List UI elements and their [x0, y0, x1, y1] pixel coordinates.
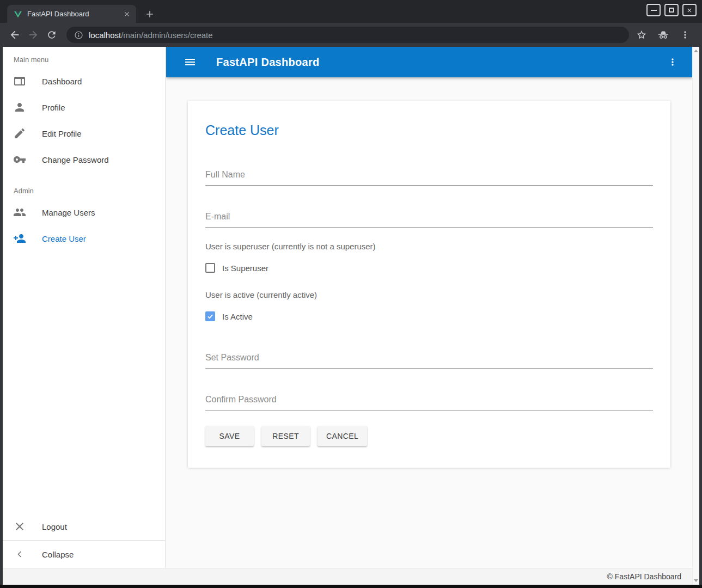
full-name-field-wrap: [205, 167, 653, 186]
confirm-password-input[interactable]: [205, 391, 653, 411]
url-text: localhost/main/admin/users/create: [89, 30, 213, 40]
set-password-field-wrap: [205, 350, 653, 369]
browser-menu-icon[interactable]: [677, 27, 693, 43]
window-controls: [646, 4, 697, 16]
sidebar-item-label: Create User: [42, 234, 86, 243]
page: Main menu Dashboard Profile: [3, 47, 699, 585]
key-icon: [13, 153, 26, 166]
is-superuser-checkbox-row[interactable]: Is Superuser: [205, 263, 653, 273]
vue-logo-icon: [14, 10, 22, 19]
is-superuser-label: Is Superuser: [222, 264, 268, 273]
email-field-wrap: [205, 209, 653, 228]
sidebar-item-logout[interactable]: Logout: [3, 513, 165, 540]
hamburger-menu-icon[interactable]: [179, 51, 201, 73]
sidebar: Main menu Dashboard Profile: [3, 47, 166, 568]
incognito-icon: [655, 27, 672, 43]
is-active-checkbox[interactable]: [205, 311, 215, 321]
is-superuser-checkbox[interactable]: [205, 263, 215, 273]
sidebar-item-label: Logout: [42, 522, 67, 531]
forward-button[interactable]: [25, 27, 41, 43]
scroll-up-icon[interactable]: [694, 50, 698, 52]
sidebar-section-header: Admin: [3, 178, 165, 199]
appbar: FastAPI Dashboard: [166, 47, 692, 77]
sidebar-item-label: Profile: [42, 103, 65, 112]
sidebar-item-create-user[interactable]: Create User: [3, 225, 165, 252]
sidebar-item-label: Manage Users: [42, 208, 95, 217]
content-area: FastAPI Dashboard Create User User is su…: [166, 47, 692, 568]
sidebar-item-label: Edit Profile: [42, 129, 82, 138]
sidebar-item-profile[interactable]: Profile: [3, 94, 165, 120]
maximize-button[interactable]: [664, 4, 679, 16]
superuser-hint: User is superuser (currently is not a su…: [205, 242, 653, 251]
active-hint: User is active (currently active): [205, 290, 653, 299]
chevron-left-icon: [13, 548, 26, 561]
sidebar-item-change-password[interactable]: Change Password: [3, 146, 165, 173]
url-path: /main/admin/users/create: [121, 30, 212, 40]
is-active-label: Is Active: [222, 312, 253, 321]
toolbar-actions: [633, 27, 695, 43]
person-icon: [13, 101, 26, 114]
tab-title: FastAPI Dashboard: [27, 10, 122, 18]
url-host: localhost: [89, 30, 121, 40]
sidebar-bottom: Logout Collapse: [3, 513, 165, 568]
bookmark-star-icon[interactable]: [633, 27, 650, 43]
appbar-title: FastAPI Dashboard: [216, 56, 662, 69]
people-icon: [13, 206, 26, 219]
new-tab-button[interactable]: [143, 7, 157, 21]
browser-tab[interactable]: FastAPI Dashboard: [7, 5, 136, 23]
close-window-button[interactable]: [682, 4, 697, 16]
scroll-down-icon[interactable]: [694, 579, 698, 582]
full-name-input[interactable]: [205, 167, 653, 186]
pencil-icon: [13, 127, 26, 140]
sidebar-item-edit-profile[interactable]: Edit Profile: [3, 120, 165, 146]
reset-button[interactable]: RESET: [261, 426, 310, 446]
site-info-icon[interactable]: [74, 30, 83, 40]
browser-toolbar: localhost/main/admin/users/create: [0, 23, 702, 47]
refresh-button[interactable]: [44, 27, 60, 43]
browser-titlebar: FastAPI Dashboard: [0, 0, 702, 23]
sidebar-item-label: Dashboard: [42, 77, 82, 86]
person-add-icon: [13, 232, 26, 245]
form-buttons: SAVE RESET CANCEL: [205, 426, 653, 446]
dashboard-icon: [13, 75, 26, 88]
footer: © FastAPI Dashboard: [3, 568, 699, 585]
page-title: Create User: [205, 122, 653, 138]
sidebar-section-header: Main menu: [3, 47, 165, 68]
window-frame-bottom: [0, 585, 702, 588]
appbar-menu-icon[interactable]: [662, 51, 683, 73]
sidebar-item-label: Collapse: [42, 550, 74, 559]
url-bar[interactable]: localhost/main/admin/users/create: [66, 27, 629, 43]
is-active-checkbox-row[interactable]: Is Active: [205, 311, 653, 321]
cancel-button[interactable]: CANCEL: [318, 426, 367, 446]
set-password-input[interactable]: [205, 350, 653, 369]
sidebar-item-label: Change Password: [42, 155, 109, 164]
create-user-card: Create User User is superuser (currently…: [188, 101, 670, 468]
back-button[interactable]: [7, 27, 23, 43]
browser-window: FastAPI Dashboard: [0, 0, 702, 588]
close-icon: [13, 520, 26, 533]
sidebar-item-manage-users[interactable]: Manage Users: [3, 199, 165, 225]
sidebar-item-collapse[interactable]: Collapse: [3, 541, 165, 568]
save-button[interactable]: SAVE: [205, 426, 254, 446]
minimize-button[interactable]: [646, 4, 661, 16]
sidebar-item-dashboard[interactable]: Dashboard: [3, 68, 165, 94]
footer-copyright: © FastAPI Dashboard: [607, 572, 681, 581]
tab-close-icon[interactable]: [122, 9, 132, 19]
vertical-scrollbar[interactable]: [692, 47, 699, 585]
confirm-password-field-wrap: [205, 391, 653, 411]
email-input[interactable]: [205, 209, 653, 228]
